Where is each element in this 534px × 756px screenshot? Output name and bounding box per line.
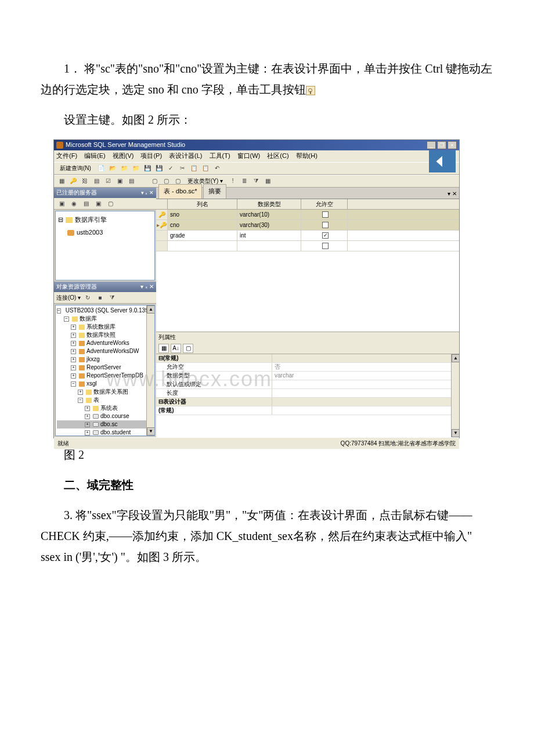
save-all-icon[interactable]: 💾 [154,163,164,174]
filter-icon[interactable]: ⧩ [251,176,261,186]
tabstrip: 表 - dbo.sc* 摘要 ▾ ✕ [156,188,459,199]
status-info: QQ:79737484 扫黑地:湖北省孝感市孝感学院 [341,438,456,449]
tree-databases[interactable]: −数据库 [57,315,153,323]
ssms-screenshot: Microsoft SQL Server Management Studio _… [53,139,460,438]
menu-window[interactable]: 窗口(W) [237,150,261,162]
refresh-icon[interactable]: ↻ [82,293,93,303]
blank-icon[interactable]: ▢ [183,344,193,353]
null-checkbox[interactable] [322,211,329,218]
tab-summary[interactable]: 摘要 [203,184,226,199]
prop-default[interactable]: 默认值或绑定 [156,380,459,389]
copy-icon[interactable]: 📋 [189,163,199,174]
tree-rs[interactable]: +ReportServer [57,363,153,372]
prop-cat-designer[interactable]: ⊟ 表设计器 [156,398,459,406]
tab-table-sc[interactable]: 表 - dbo.sc* [158,184,202,199]
stop-icon[interactable]: ■ [95,293,105,303]
key-icon[interactable]: 🔑 [68,176,78,186]
save-icon[interactable]: 💾 [142,163,153,174]
menu-help[interactable]: 帮助(H) [296,150,317,162]
alpha-icon[interactable]: A↓ [171,344,181,353]
paragraph-3: 3. 将"ssex"字段设置为只能取"男"，"女"两值：在表设计界面，点击鼠标右… [41,505,493,567]
menubar: 文件(F) 编辑(E) 视图(V) 项目(P) 表设计器(L) 工具(T) 窗口… [54,150,459,162]
tree-server[interactable]: −USTB2003 (SQL Server 9.0.1399 - sa) [57,307,153,315]
menu-edit[interactable]: 编辑(E) [84,150,106,162]
prop-length[interactable]: 长度 [156,389,459,398]
titlebar: Microsoft SQL Server Management Studio _… [54,140,459,150]
prop-general2: (常规) [156,406,459,415]
prop-allow-null[interactable]: 允许空否 [156,363,459,372]
paste-icon[interactable]: 📋 [200,163,211,174]
close-button[interactable]: × [448,141,457,149]
null-checkbox[interactable] [322,222,329,228]
grid-row-sno[interactable]: 🔑 sno varchar(10) [156,210,459,220]
prop-data-type[interactable]: 数据类型varchar [156,372,459,380]
primary-key-icon [306,86,315,95]
undo-icon[interactable]: ↶ [212,163,222,174]
paragraph-1b: 设置主键。如图 2 所示： [41,109,493,130]
pin2-icon[interactable]: ▾ ₓ ✕ [140,282,154,292]
prop-scrollbar[interactable]: ▲ ▼ [451,354,459,437]
tree-db-engine[interactable]: ⊟数据库引擎 [58,214,152,226]
exec-icon[interactable]: ! [228,176,238,186]
check-icon[interactable]: ☑ [103,176,113,186]
db-engine-icon[interactable]: ▣ [56,199,67,209]
sep [138,176,148,186]
tree-tables[interactable]: −表 [57,396,153,404]
tree-student[interactable]: +dbo.student [57,429,153,436]
null-checkbox[interactable] [322,243,329,249]
grid-row-empty[interactable] [156,241,459,251]
window-title: Microsoft SQL Server Management Studio [66,139,185,151]
open-icon[interactable]: 📂 [107,163,118,174]
prop-cat-general[interactable]: ⊟ (常规) [156,354,459,363]
print-icon[interactable]: ✓ [165,163,176,174]
group-icon[interactable]: ▦ [262,176,273,186]
index-icon[interactable]: ▤ [91,176,102,186]
tree-sysdb[interactable]: +系统数据库 [57,323,153,331]
pk-icon: ▸🔑 [157,220,167,231]
restore-button[interactable]: ❐ [437,141,446,149]
tree-aw[interactable]: +AdventureWorks [57,339,153,347]
menu-view[interactable]: 视图(V) [113,150,134,162]
object-explorer-header: 对象资源管理器 ▾ ₓ ✕ [54,282,156,292]
tree-ustb2003[interactable]: ustb2003 [58,226,152,239]
menu-file[interactable]: 文件(F) [56,150,77,162]
new-query-button[interactable]: 新建查询(N) [56,163,95,174]
mobile-icon[interactable]: ▢ [105,199,116,209]
tree-snapshot[interactable]: +数据库快照 [57,331,153,339]
tree-diagram[interactable]: +数据库关系图 [57,388,153,396]
generate-icon[interactable]: ▦ [56,176,67,186]
tree-rst[interactable]: +ReportServerTempDB [57,372,153,380]
tree-course[interactable]: +dbo.course [57,412,153,420]
tree-xsgl[interactable]: −xsgl [57,380,153,388]
null-checkbox[interactable]: ✓ [322,232,329,239]
tree-awd[interactable]: +AdventureWorksDW [57,347,153,355]
tree-sc[interactable]: +dbo.sc [57,420,153,429]
connect-button[interactable]: 连接(O) ▾ [56,293,81,303]
categorized-icon[interactable]: ▦ [158,344,169,353]
grid-row-cno[interactable]: ▸🔑 cno varchar(30) [156,220,459,231]
menu-table-designer[interactable]: 表设计器(L) [169,150,202,162]
as-icon[interactable]: ◉ [68,199,79,209]
filter2-icon[interactable]: ⧩ [107,293,117,303]
file-icon[interactable]: 📄 [96,163,106,174]
relationship-icon[interactable]: ⛓ [80,176,90,186]
tree-jkxzg[interactable]: +jkxzg [57,355,153,363]
grid-row-grade[interactable]: grade int ✓ [156,231,459,241]
tree-scrollbar[interactable]: ▲ ▼ [146,305,154,435]
cut-icon[interactable]: ✂ [177,163,187,174]
menu-tools[interactable]: 工具(T) [210,150,230,162]
app-icon [56,142,63,149]
fulltext-icon[interactable]: ▣ [114,176,125,186]
rs-icon[interactable]: ▤ [81,199,91,209]
tab-close-icon[interactable]: ▾ ✕ [448,189,457,199]
pin-icon[interactable]: ▾ ₓ ✕ [141,188,154,197]
menu-project[interactable]: 项目(P) [140,150,162,162]
folder-icon[interactable]: 📁 [119,163,129,174]
sort-icon[interactable]: ≣ [239,176,250,186]
folder2-icon[interactable]: 📁 [131,163,141,174]
is-icon[interactable]: ▣ [93,199,103,209]
xml-icon[interactable]: ▤ [126,176,136,186]
minimize-button[interactable]: _ [427,141,436,149]
tree-systables[interactable]: +系统表 [57,404,153,412]
menu-community[interactable]: 社区(C) [267,150,288,162]
